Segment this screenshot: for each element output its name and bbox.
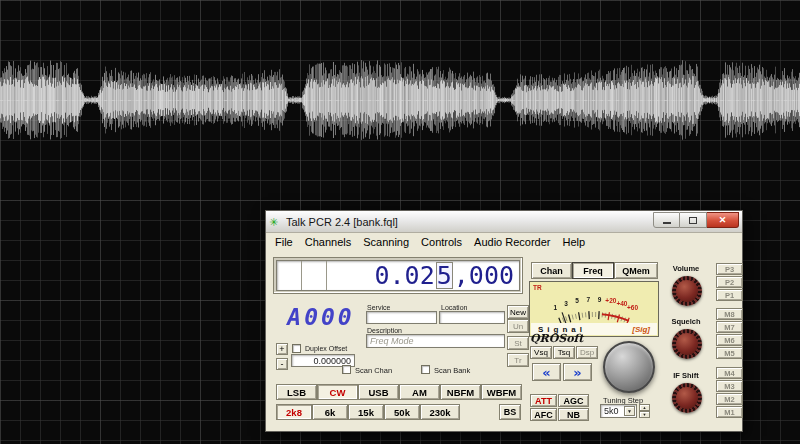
memory-m7-button[interactable]: M7 xyxy=(716,321,743,333)
memory-channel-display: A000 xyxy=(282,303,360,331)
frequency-cursor-digit[interactable]: 5 xyxy=(436,262,453,289)
scan-bank-label: Scan Bank xyxy=(434,366,470,375)
volume-label: Volume xyxy=(662,264,710,273)
memory-m5-button[interactable]: M5 xyxy=(716,347,743,359)
qrosoft-logo: QROSoft xyxy=(530,332,583,345)
scan-chan-checkbox[interactable] xyxy=(342,365,351,374)
memory-m8-button[interactable]: M8 xyxy=(716,308,743,320)
filter-6k-button[interactable]: 6k xyxy=(312,404,348,420)
signal-meter: TR 13579+20+40+60 Signal [Sig] xyxy=(529,281,659,337)
att-button[interactable]: ATT xyxy=(530,394,557,407)
sig-readout: [Sig] xyxy=(632,325,650,334)
st-button[interactable]: St xyxy=(507,336,529,350)
new-button[interactable]: New xyxy=(507,305,529,319)
filter-2k8-button[interactable]: 2k8 xyxy=(276,404,312,420)
preset-p3-button[interactable]: P3 xyxy=(716,263,743,275)
tsq-button[interactable]: Tsq xyxy=(553,346,575,359)
maximize-button[interactable] xyxy=(680,212,707,228)
svg-text:1: 1 xyxy=(554,304,558,311)
spinner-up-icon[interactable] xyxy=(639,404,650,411)
svg-text:3: 3 xyxy=(564,300,568,307)
step-down-button[interactable]: « xyxy=(532,363,561,381)
if-shift-label: IF Shift xyxy=(662,371,710,380)
svg-text:5: 5 xyxy=(575,297,579,304)
dropdown-arrow-icon[interactable] xyxy=(624,406,635,416)
duplex-plus-button[interactable]: + xyxy=(276,343,288,355)
tuning-spinner[interactable] xyxy=(639,404,650,418)
afc-button[interactable]: AFC xyxy=(530,408,557,421)
nb-button[interactable]: NB xyxy=(558,408,589,421)
svg-text:7: 7 xyxy=(587,296,591,303)
preset-p2-button[interactable]: P2 xyxy=(716,276,743,288)
mode-usb-button[interactable]: USB xyxy=(358,384,399,400)
memory-m2-button[interactable]: M2 xyxy=(716,393,743,405)
scan-bank-checkbox[interactable] xyxy=(421,365,430,374)
if-shift-knob[interactable] xyxy=(672,383,702,413)
filter-50k-button[interactable]: 50k xyxy=(384,404,420,420)
frequency-post: ,000 xyxy=(454,263,514,288)
mode-wbfm-button[interactable]: WBFM xyxy=(481,384,522,400)
minimize-button[interactable] xyxy=(653,212,680,228)
frequency-display: 0.025,000 xyxy=(273,257,523,294)
preset-p1-button[interactable]: P1 xyxy=(716,289,743,301)
svg-text:+20: +20 xyxy=(605,297,616,304)
memory-m3-button[interactable]: M3 xyxy=(716,380,743,392)
duplex-offset-label: Duplex Offset xyxy=(305,345,347,352)
service-label: Service xyxy=(367,304,390,311)
scan-chan-label: Scan Chan xyxy=(355,366,392,375)
menu-help[interactable]: Help xyxy=(557,235,592,249)
menu-bar: File Channels Scanning Controls Audio Re… xyxy=(266,233,742,251)
spectrum-background: Talk PCR 2.4 [bank.fql] ✕ File Channels … xyxy=(0,0,800,444)
un-button[interactable]: Un xyxy=(507,319,529,333)
client-area: 0.025,000 Chan Freq QMem TR 13579+20+40+… xyxy=(266,251,742,431)
memory-m4-button[interactable]: M4 xyxy=(716,367,743,379)
agc-button[interactable]: AGC xyxy=(558,394,589,407)
filter-15k-button[interactable]: 15k xyxy=(348,404,384,420)
volume-knob[interactable] xyxy=(672,276,702,306)
squelch-knob[interactable] xyxy=(672,329,702,359)
menu-file[interactable]: File xyxy=(269,235,299,249)
duplex-checkbox[interactable] xyxy=(292,344,301,353)
maximize-icon xyxy=(689,217,697,224)
location-label: Location xyxy=(441,304,467,311)
dsp-button[interactable]: Dsp xyxy=(576,346,598,359)
mode-lsb-button[interactable]: LSB xyxy=(276,384,317,400)
memory-m6-button[interactable]: M6 xyxy=(716,334,743,346)
tuning-knob[interactable] xyxy=(603,341,655,393)
frequency-mhz-cell xyxy=(302,261,327,290)
bs-button[interactable]: BS xyxy=(499,404,521,420)
service-input[interactable] xyxy=(366,311,437,324)
menu-channels[interactable]: Channels xyxy=(299,235,357,249)
window-titlebar[interactable]: Talk PCR 2.4 [bank.fql] ✕ xyxy=(266,211,742,233)
frequency-pre: 0.02 xyxy=(375,263,435,288)
description-input[interactable]: Freq Mode xyxy=(366,334,505,348)
description-value: Freq Mode xyxy=(370,336,414,346)
menu-audio-recorder[interactable]: Audio Recorder xyxy=(468,235,556,249)
memory-m1-button[interactable]: M1 xyxy=(716,406,743,418)
step-up-button[interactable]: » xyxy=(563,363,592,381)
tuning-step-dropdown[interactable]: 5k0 xyxy=(600,404,637,418)
minimize-icon xyxy=(663,222,671,224)
frequency-ghz-cell xyxy=(277,261,302,290)
menu-controls[interactable]: Controls xyxy=(415,235,468,249)
menu-scanning[interactable]: Scanning xyxy=(357,235,415,249)
tab-chan[interactable]: Chan xyxy=(531,262,572,279)
squelch-label: Squelch xyxy=(662,317,710,326)
window-title: Talk PCR 2.4 [bank.fql] xyxy=(286,216,653,228)
duplex-minus-button[interactable]: - xyxy=(276,358,288,370)
mode-cw-button[interactable]: CW xyxy=(317,384,358,400)
app-icon xyxy=(269,216,281,228)
vsq-button[interactable]: Vsq xyxy=(530,346,552,359)
spinner-down-icon[interactable] xyxy=(639,411,650,418)
mode-am-button[interactable]: AM xyxy=(399,384,440,400)
tab-qmem[interactable]: QMem xyxy=(614,262,658,279)
close-button[interactable]: ✕ xyxy=(707,212,739,228)
filter-230k-button[interactable]: 230k xyxy=(420,404,460,420)
mode-nbfm-button[interactable]: NBFM xyxy=(440,384,481,400)
tr-button[interactable]: Tr xyxy=(507,353,529,367)
tuning-step-value: 5k0 xyxy=(604,406,619,416)
frequency-digits[interactable]: 0.025,000 xyxy=(327,261,519,290)
tab-freq[interactable]: Freq xyxy=(572,262,614,279)
talk-pcr-window: Talk PCR 2.4 [bank.fql] ✕ File Channels … xyxy=(265,210,743,432)
location-input[interactable] xyxy=(439,311,505,324)
